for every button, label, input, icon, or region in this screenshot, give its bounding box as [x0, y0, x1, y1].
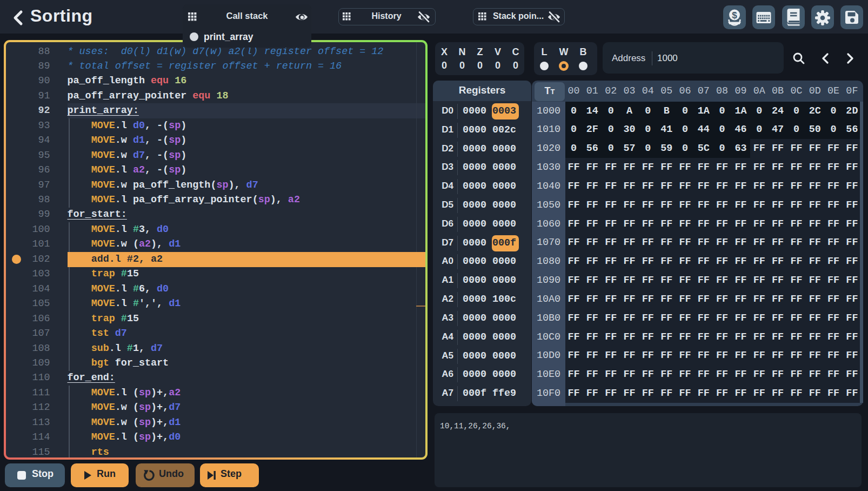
svg-text:$: $: [732, 10, 737, 21]
